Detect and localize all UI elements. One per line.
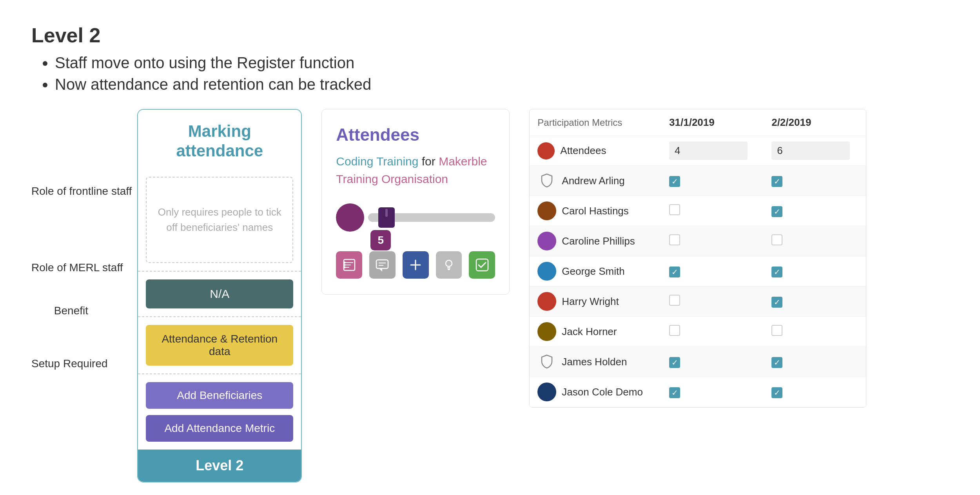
checkbox-cell[interactable]: ✓ — [661, 166, 764, 196]
checkbox-checked[interactable]: ✓ — [669, 357, 680, 368]
add-icon[interactable] — [403, 251, 429, 279]
checkbox-cell[interactable] — [764, 317, 866, 347]
checkbox-cell[interactable]: ✓ — [661, 256, 764, 286]
person-name: James Holden — [562, 356, 627, 368]
person-name-cell: Jack Horner — [530, 317, 661, 347]
attendees-label-cell: Attendees — [530, 136, 661, 166]
person-avatar — [537, 232, 556, 250]
person-name: Jack Horner — [562, 326, 617, 338]
subtitle-for: for — [422, 155, 436, 168]
attendees-dot — [537, 142, 555, 160]
action-icons — [336, 251, 495, 279]
slider-thumb[interactable] — [378, 207, 395, 228]
person-cell: Andrew Arling — [537, 171, 653, 190]
checkbox-checked[interactable]: ✓ — [771, 357, 782, 368]
merl-section: N/A — [138, 272, 301, 316]
svg-point-4 — [343, 262, 345, 264]
checkbox-cell[interactable] — [661, 226, 764, 256]
idea-icon[interactable] — [436, 251, 462, 279]
metrics-card: Participation Metrics 31/1/2019 2/2/2019… — [529, 109, 866, 408]
slider-area: 5 — [336, 203, 495, 232]
table-row: Harry Wright✓ — [530, 286, 866, 317]
checkbox-cell[interactable]: ✓ — [764, 377, 866, 407]
marking-card-body: Only requires people to tick off benefic… — [138, 169, 301, 450]
attendees-label: Attendees — [560, 145, 606, 157]
checkbox-cell[interactable]: ✓ — [764, 347, 866, 377]
frontline-text: Only requires people to tick off benefic… — [154, 205, 285, 235]
checkbox-unchecked[interactable] — [669, 234, 680, 245]
attendees-val2-cell[interactable]: 6 — [764, 136, 866, 166]
checkbox-checked[interactable]: ✓ — [669, 267, 680, 277]
checkbox-cell[interactable]: ✓ — [661, 347, 764, 377]
attendees-val1-cell[interactable]: 4 — [661, 136, 764, 166]
checkbox-checked[interactable]: ✓ — [669, 387, 680, 398]
table-row: Jason Cole Demo✓✓ — [530, 377, 866, 407]
checkbox-cell[interactable] — [764, 226, 866, 256]
bullet-list: Staff move onto using the Register funct… — [31, 54, 949, 93]
checkbox-cell[interactable]: ✓ — [764, 196, 866, 226]
marking-card-title: Marking attendance — [146, 121, 293, 161]
checkbox-checked[interactable]: ✓ — [771, 387, 782, 398]
checkbox-unchecked[interactable] — [771, 234, 782, 245]
benefit-label: Attendance & Retention data — [146, 325, 293, 366]
label-frontline: Role of frontline staff — [31, 184, 132, 198]
checkbox-cell[interactable] — [661, 317, 764, 347]
register-icon[interactable] — [336, 251, 362, 279]
checkbox-checked[interactable]: ✓ — [669, 176, 680, 187]
check-icon[interactable] — [469, 251, 495, 279]
checkbox-unchecked[interactable] — [669, 325, 680, 336]
col-date2: 2/2/2019 — [764, 109, 866, 136]
bullet-item-1: Staff move onto using the Register funct… — [55, 54, 949, 72]
person-cell: James Holden — [537, 352, 653, 371]
label-setup: Setup Required — [31, 357, 108, 371]
slider-track[interactable]: 5 — [368, 213, 495, 222]
attendees-card: Attendees Coding Training for Makerble T… — [321, 109, 510, 295]
checkbox-unchecked[interactable] — [669, 295, 680, 306]
table-row: Caroline Phillips — [530, 226, 866, 256]
table-row: Andrew Arling✓✓ — [530, 166, 866, 196]
attendees-val2[interactable]: 6 — [771, 141, 850, 160]
label-benefit-area: Benefit — [31, 289, 137, 332]
checkbox-checked[interactable]: ✓ — [771, 297, 782, 308]
card-footer: Level 2 — [138, 450, 301, 482]
checkbox-unchecked[interactable] — [669, 204, 680, 215]
attendees-val1[interactable]: 4 — [669, 141, 748, 160]
person-name: Caroline Phillips — [562, 235, 635, 247]
col-date1: 31/1/2019 — [661, 109, 764, 136]
checkbox-checked[interactable]: ✓ — [771, 267, 782, 277]
table-row: George Smith✓✓ — [530, 256, 866, 286]
svg-point-6 — [343, 267, 345, 268]
checkbox-checked[interactable]: ✓ — [771, 176, 782, 187]
checkbox-cell[interactable]: ✓ — [764, 286, 866, 317]
person-name-cell: Andrew Arling — [530, 166, 661, 196]
label-setup-area: Setup Required — [31, 332, 137, 395]
person-avatar — [537, 292, 556, 311]
page-title: Level 2 — [31, 24, 949, 47]
page-header: Level 2 Staff move onto using the Regist… — [31, 24, 949, 93]
checkbox-cell[interactable] — [661, 286, 764, 317]
checkbox-checked[interactable]: ✓ — [771, 206, 782, 217]
add-attendance-metric-button[interactable]: Add Attendance Metric — [146, 415, 293, 442]
checkbox-unchecked[interactable] — [771, 325, 782, 336]
person-name-cell: Caroline Phillips — [530, 226, 661, 256]
benefit-section: Attendance & Retention data — [138, 317, 301, 374]
add-beneficiaries-button[interactable]: Add Beneficiaries — [146, 382, 293, 409]
checkbox-cell[interactable]: ✓ — [661, 377, 764, 407]
coding-training-link[interactable]: Coding Training — [336, 155, 418, 168]
label-merl-area: Role of MERL staff — [31, 246, 137, 289]
slider-badge: 5 — [370, 230, 391, 250]
attendees-title: Attendees — [336, 125, 495, 145]
person-name-cell: Harry Wright — [530, 286, 661, 317]
checkbox-cell[interactable] — [661, 196, 764, 226]
person-name-cell: James Holden — [530, 347, 661, 377]
comment-icon[interactable] — [369, 251, 396, 279]
person-name-cell: Carol Hastings — [530, 196, 661, 226]
label-merl: Role of MERL staff — [31, 261, 123, 275]
table-header-row: Participation Metrics 31/1/2019 2/2/2019 — [530, 109, 866, 136]
metrics-table: Participation Metrics 31/1/2019 2/2/2019… — [530, 109, 866, 407]
checkbox-cell[interactable]: ✓ — [764, 256, 866, 286]
person-cell: Jason Cole Demo — [537, 383, 653, 401]
checkbox-cell[interactable]: ✓ — [764, 166, 866, 196]
table-row: James Holden✓✓ — [530, 347, 866, 377]
table-row: Carol Hastings✓ — [530, 196, 866, 226]
